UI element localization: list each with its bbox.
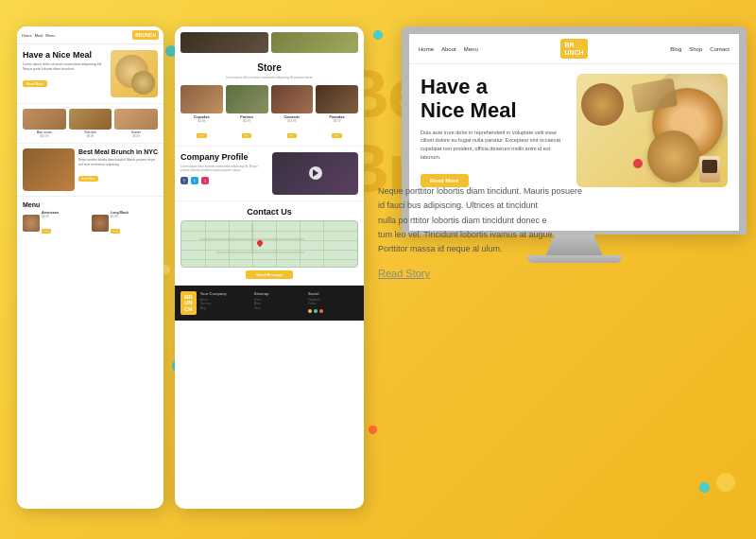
main-text-area: Neque porttitor lobortis diam tincidunt.… — [378, 184, 582, 279]
social-icons: f t i — [180, 177, 266, 184]
map-grid-v-6 — [323, 221, 324, 267]
store-section: Store Lorem ipsum dolor sit amet consect… — [175, 57, 364, 147]
dish-image-2 — [69, 109, 112, 130]
store-img-3 — [271, 85, 314, 113]
contact-send-btn[interactable]: Send Message — [246, 270, 293, 279]
footer-dot-2 — [314, 309, 318, 313]
mobile-brunch-heading: Best Meal Brunch in NYC — [78, 148, 158, 156]
deco-blob-6 — [699, 482, 710, 493]
mobile-nav: Home Meal Menu BRUNCH — [17, 26, 163, 44]
food-berry — [633, 159, 643, 168]
map-grid-h-3 — [181, 250, 357, 251]
map-grid-v-1 — [205, 221, 206, 267]
mobile-menu-item-1: Americano $4.99 Order — [23, 211, 89, 235]
mobile-hero-image — [111, 50, 158, 97]
footer-col-title-1: Your Company — [200, 291, 250, 296]
menu-item-info-1: Americano $4.99 Order — [42, 211, 89, 235]
store-img-2 — [226, 85, 268, 113]
map-road-2 — [216, 252, 304, 253]
deco-blob-8 — [373, 30, 383, 40]
store-items: Cupcakes $3.99 Buy Pastries $5.99 Buy Ca… — [180, 85, 358, 140]
store-item-3: Casserole $12.99 Buy — [271, 85, 314, 140]
wide-mockup: Store Lorem ipsum dolor sit amet consect… — [175, 26, 364, 509]
facebook-icon[interactable]: f — [180, 177, 188, 184]
store-title: Store — [180, 62, 358, 73]
website-hero-image — [576, 74, 728, 187]
store-item-4: Pancakes $8.99 Buy — [316, 85, 358, 140]
mobile-menu-title: Menu — [23, 201, 158, 208]
mobile-dishes-row: Main course $14.99 Side dish $8.99 Desse… — [23, 109, 158, 138]
map-grid-h-2 — [181, 240, 357, 241]
footer-col-3: Social Facebook Twitter — [308, 291, 358, 316]
store-btn-3[interactable]: Buy — [287, 133, 297, 138]
website-logo: BR UNCH — [560, 39, 587, 59]
mobile-nav-meal[interactable]: Meal — [35, 33, 43, 38]
website-hero: Have a Nice Meal Duis aute irure dolor i… — [409, 64, 739, 197]
wide-top-images — [175, 26, 364, 53]
twitter-icon[interactable]: t — [191, 177, 198, 184]
contact-section: Contact Us Send Message — [175, 201, 364, 286]
website-nav-contact[interactable]: Contact — [710, 46, 730, 52]
footer-col-item-1-3: Blog — [200, 306, 250, 311]
map-grid-v-2 — [229, 221, 230, 267]
website-nav-shop[interactable]: Shop — [689, 46, 702, 52]
footer-dot-1 — [308, 309, 312, 313]
mobile-brunch-section: Best Meal Brunch in NYC Neque porttitor … — [17, 144, 163, 197]
store-btn-4[interactable]: Buy — [332, 133, 341, 138]
menu-item-img-2 — [92, 215, 109, 232]
website-hero-body: Duis aute irure dolor in reprehenderit i… — [421, 129, 567, 162]
map-grid-h-1 — [181, 231, 357, 232]
website-nav-about[interactable]: About — [441, 46, 456, 52]
dish-image-3 — [114, 109, 158, 130]
dish-price-2: $8.99 — [69, 134, 112, 138]
footer-dots — [308, 309, 358, 313]
store-item-1: Cupcakes $3.99 Buy — [180, 85, 223, 140]
website-nav-home[interactable]: Home — [419, 46, 434, 52]
map-area — [180, 220, 358, 268]
mobile-nav-menu[interactable]: Menu — [45, 33, 55, 38]
website-hero-heading: Have a Nice Meal — [421, 75, 567, 123]
store-item-2: Pastries $5.99 Buy — [226, 85, 268, 140]
footer-col-title-2: Sitemap — [254, 291, 304, 296]
read-story-link[interactable]: Read Story — [378, 268, 582, 279]
play-triangle-icon — [313, 169, 318, 177]
mobile-brunch-body: Neque porttitor lobortis diam tincidunt.… — [78, 158, 158, 165]
wide-top-img-1 — [180, 32, 268, 53]
mobile-mockup: Home Meal Menu BRUNCH Have a Nice Meal L… — [17, 26, 163, 509]
video-thumbnail[interactable] — [272, 152, 358, 195]
dish-price-1: $14.99 — [23, 134, 66, 138]
dish-price-3: $6.99 — [114, 134, 158, 138]
mobile-menu-section: Menu Americano $4.99 Order Long Black $5… — [17, 197, 163, 240]
company-body: Lorem ipsum dolor sit amet consectetur a… — [180, 165, 266, 173]
store-price-1: $3.99 — [180, 119, 223, 123]
mobile-brunch-btn[interactable]: Read More — [78, 176, 98, 182]
store-btn-2[interactable]: Buy — [242, 133, 251, 138]
website-nav: Home About Menu BR UNCH Blog Shop Contac… — [409, 34, 739, 64]
menu-item-btn-1[interactable]: Order — [42, 229, 51, 234]
wide-top-img-2 — [271, 32, 359, 53]
store-img-4 — [316, 85, 358, 113]
mobile-hero-btn[interactable]: Read More — [23, 80, 47, 87]
store-price-3: $12.99 — [271, 119, 314, 123]
mobile-nav-home[interactable]: Home — [22, 33, 32, 38]
food-item-plate-3 — [581, 83, 624, 126]
mobile-dish-3: Dessert $6.99 — [114, 109, 158, 138]
website-hero-left: Have a Nice Meal Duis aute irure dolor i… — [421, 75, 567, 187]
company-title: Company Profile — [180, 152, 266, 162]
instagram-icon[interactable]: i — [201, 177, 209, 184]
menu-item-img-1 — [23, 215, 40, 232]
wide-footer: BRUNCH Your Company About Services Blog … — [175, 286, 364, 322]
footer-col-title-3: Social — [308, 291, 358, 296]
play-button[interactable] — [309, 166, 322, 180]
footer-logo: BRUNCH — [180, 291, 197, 316]
mobile-dish-1: Main course $14.99 — [23, 109, 66, 138]
menu-item-btn-2[interactable]: Order — [111, 229, 120, 234]
store-price-4: $8.99 — [316, 119, 358, 123]
website-nav-menu[interactable]: Menu — [464, 46, 478, 52]
store-price-2: $5.99 — [226, 119, 268, 123]
website-nav-blog[interactable]: Blog — [670, 46, 681, 52]
map-road-3 — [251, 223, 253, 255]
store-btn-1[interactable]: Buy — [197, 133, 206, 138]
footer-dot-3 — [319, 309, 323, 313]
menu-item-info-2: Long Black $5.99 Order — [111, 211, 158, 235]
